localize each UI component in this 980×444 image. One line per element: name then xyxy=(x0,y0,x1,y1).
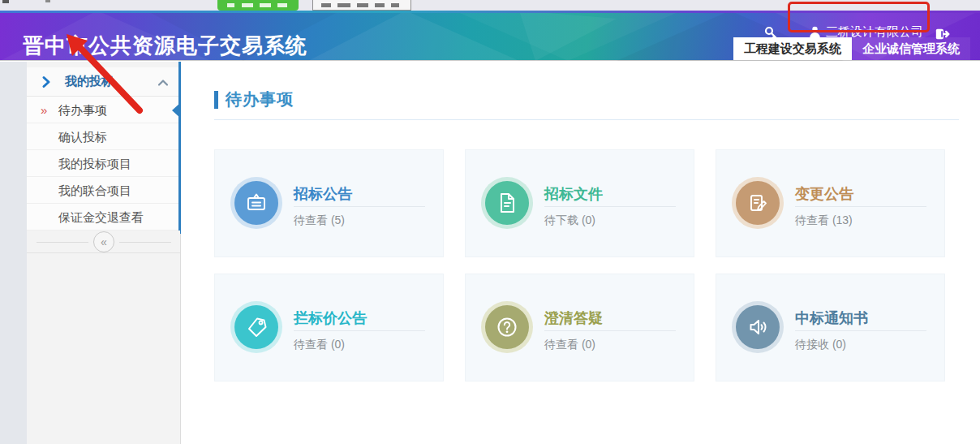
sidebar-item-my-bid-projects[interactable]: 我的投标项目 xyxy=(27,150,180,177)
card-divider xyxy=(544,206,676,207)
tab-enterprise-credit[interactable]: 企业诚信管理系统 xyxy=(852,37,970,60)
main-content: 待办事项 招标公告 待查看 (5) xyxy=(182,62,980,444)
sidebar-item-label: 我的投标项目 xyxy=(58,157,131,170)
card-divider xyxy=(294,206,425,207)
card-divider xyxy=(544,330,676,331)
sidebar-group-my-bids[interactable]: 我的投标 xyxy=(27,67,180,97)
clipped-browser-bar xyxy=(0,0,980,11)
card-divider xyxy=(795,206,926,207)
card-title: 中标通知书 xyxy=(795,308,868,328)
icon-halo xyxy=(481,301,533,353)
card-divider xyxy=(795,330,926,331)
document-icon xyxy=(495,191,519,215)
chevron-up-icon[interactable] xyxy=(157,76,170,89)
card-status: 待下载 (0) xyxy=(544,213,595,228)
card-title: 变更公告 xyxy=(795,184,853,204)
sidebar-item-confirm-bid[interactable]: 确认投标 xyxy=(27,123,180,150)
icon-halo xyxy=(732,177,784,229)
clipped-green-button[interactable] xyxy=(217,0,299,11)
sidebar-item-label: 待办事项 xyxy=(58,103,107,117)
card-title: 招标公告 xyxy=(294,184,352,204)
card-divider xyxy=(294,330,425,331)
sidebar-active-edge xyxy=(178,62,181,234)
active-item-marker: » xyxy=(41,97,47,123)
card-status: 待查看 (0) xyxy=(294,338,345,352)
page-title: 晋中市公共资源电子交易系统 xyxy=(23,32,307,60)
section-title: 待办事项 xyxy=(226,88,294,110)
card-bid-announcement[interactable]: 招标公告 待查看 (5) xyxy=(214,149,444,257)
clipped-glyph xyxy=(45,0,50,2)
price-tag-icon xyxy=(244,315,269,339)
card-status: 待查看 (5) xyxy=(294,213,345,228)
divider xyxy=(119,242,171,243)
app-window: 晋中市公共资源电子交易系统 三桥设计有限公司 工程建设交易系统 企业诚信管理系统 xyxy=(0,0,980,444)
clipped-glyph xyxy=(2,0,9,3)
card-title: 招标文件 xyxy=(544,184,603,204)
card-clarification[interactable]: 澄清答疑 待查看 (0) xyxy=(465,274,694,381)
card-award-notice[interactable]: 中标通知书 待接收 (0) xyxy=(716,274,945,381)
tab-construction-trading[interactable]: 工程建设交易系统 xyxy=(733,37,852,60)
left-gutter xyxy=(0,62,27,444)
icon-halo xyxy=(481,177,533,229)
sidebar: 我的投标 » 待办事项 确认投标 我的投标项目 我的联合项目 保证金交退查看 xyxy=(27,62,181,444)
sidebar-item-todo[interactable]: » 待办事项 xyxy=(27,97,180,123)
divider xyxy=(37,242,88,243)
clipboard-pencil-icon xyxy=(746,191,770,215)
card-status: 待接收 (0) xyxy=(795,338,846,352)
question-icon xyxy=(495,315,519,339)
sidebar-item-deposit-refund[interactable]: 保证金交退查看 xyxy=(27,204,180,231)
icon-circle xyxy=(736,305,780,349)
icon-circle xyxy=(234,305,278,349)
card-status: 待查看 (13) xyxy=(795,213,853,228)
sidebar-collapse-row: « xyxy=(27,231,180,253)
clipped-grey-button[interactable] xyxy=(312,0,411,11)
card-change-announcement[interactable]: 变更公告 待查看 (13) xyxy=(716,149,945,257)
sidebar-collapse-button[interactable]: « xyxy=(93,231,114,252)
section-title-bar xyxy=(214,91,218,109)
card-title: 拦标价公告 xyxy=(294,308,367,328)
sidebar-item-my-joint-projects[interactable]: 我的联合项目 xyxy=(27,177,180,204)
sidebar-item-label: 确认投标 xyxy=(58,130,107,144)
section-underline xyxy=(214,119,959,120)
icon-circle xyxy=(485,181,529,225)
system-tabs: 工程建设交易系统 企业诚信管理系统 xyxy=(733,37,970,60)
sidebar-menu: » 待办事项 确认投标 我的投标项目 我的联合项目 保证金交退查看 xyxy=(27,97,180,231)
card-price-cap-announcement[interactable]: 拦标价公告 待查看 (0) xyxy=(214,274,444,381)
icon-halo xyxy=(230,177,282,229)
announcement-icon xyxy=(244,191,269,215)
icon-halo xyxy=(732,301,784,353)
sidebar-item-label: 保证金交退查看 xyxy=(58,210,144,224)
card-status: 待查看 (0) xyxy=(544,338,595,352)
card-bid-documents[interactable]: 招标文件 待下载 (0) xyxy=(465,149,694,257)
icon-halo xyxy=(230,301,282,353)
speaker-icon xyxy=(746,315,770,339)
card-title: 澄清答疑 xyxy=(544,308,603,328)
sidebar-group-label: 我的投标 xyxy=(65,74,114,89)
icon-circle xyxy=(485,305,529,349)
app-header: 晋中市公共资源电子交易系统 三桥设计有限公司 工程建设交易系统 企业诚信管理系统 xyxy=(0,11,980,61)
chevron-right-icon xyxy=(40,75,53,88)
sidebar-item-label: 我的联合项目 xyxy=(58,183,131,197)
header-accent-line xyxy=(0,11,980,13)
icon-circle xyxy=(736,181,780,225)
icon-circle xyxy=(234,181,278,225)
